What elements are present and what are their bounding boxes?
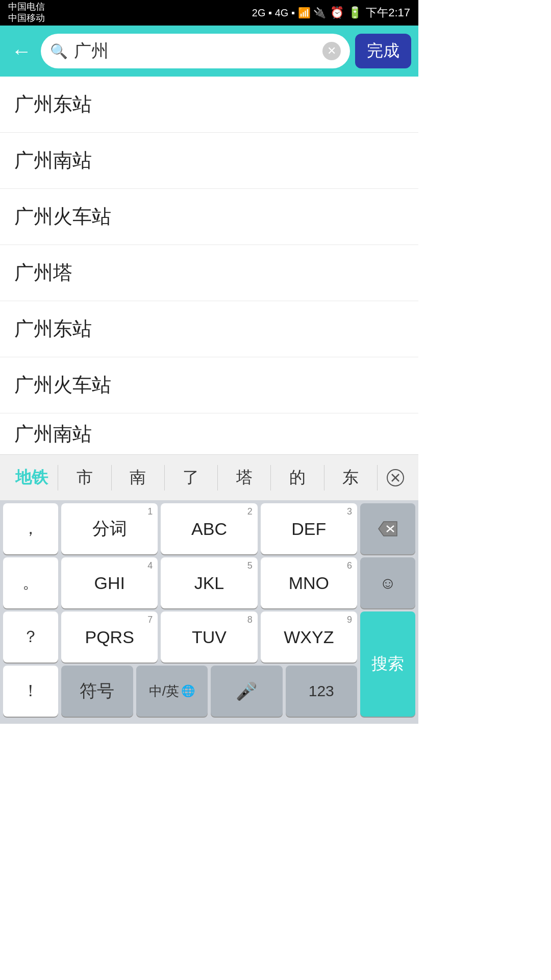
keyboard-right-actions: ☺ 搜索	[360, 503, 415, 717]
key-label-fuhao: 符号	[80, 679, 114, 703]
search-icon: 🔍	[50, 43, 68, 60]
punct-key-comma[interactable]: ，	[3, 503, 58, 554]
key-abc[interactable]: 2 ABC	[161, 503, 257, 554]
search-input[interactable]: 广州	[74, 39, 316, 63]
carrier-info: 中国电信 中国移动	[8, 2, 45, 23]
delete-key[interactable]	[360, 503, 415, 554]
emoji-key[interactable]: ☺	[360, 557, 415, 608]
keyboard-bottom-row: 符号 中/英 🌐 🎤 123	[61, 666, 357, 717]
suggestion-item[interactable]: 广州东站	[0, 77, 418, 133]
clear-button[interactable]: ✕	[322, 42, 341, 60]
key-label-ghi: GHI	[94, 573, 124, 593]
punct-key-period[interactable]: 。	[3, 557, 58, 608]
candidate-item-5[interactable]: 的	[271, 455, 323, 500]
key-label-wxyz: WXYZ	[284, 627, 334, 647]
candidate-item-0[interactable]: 地铁	[5, 455, 58, 500]
keyboard-row-2: 4 GHI 5 JKL 6 MNO	[61, 557, 357, 608]
key-label-tuv: TUV	[192, 627, 227, 647]
punctuation-column: ， 。 ？ ！	[3, 503, 58, 717]
punct-key-exclaim[interactable]: ！	[3, 666, 58, 717]
key-123[interactable]: 123	[286, 666, 358, 717]
key-label-fenchi: 分词	[92, 517, 127, 541]
carrier1-label: 中国电信	[8, 2, 45, 13]
key-wxyz[interactable]: 9 WXYZ	[261, 611, 357, 663]
key-num-9: 9	[347, 615, 352, 625]
status-bar: 中国电信 中国移动 2G ▪ 4G ▪ 📶 🔌 ⏰ 🔋 下午2:17	[0, 0, 418, 26]
key-jkl[interactable]: 5 JKL	[161, 557, 257, 608]
candidate-item-3[interactable]: 了	[165, 455, 217, 500]
time-display: 下午2:17	[366, 5, 410, 20]
key-num-6: 6	[347, 560, 352, 571]
suggestion-item[interactable]: 广州南站	[0, 133, 418, 189]
candidate-item-6[interactable]: 东	[324, 455, 377, 500]
status-right: 2G ▪ 4G ▪ 📶 🔌 ⏰ 🔋 下午2:17	[252, 5, 410, 20]
key-num-2: 2	[247, 506, 253, 517]
key-tuv[interactable]: 8 TUV	[161, 611, 257, 663]
key-mno[interactable]: 6 MNO	[261, 557, 357, 608]
keyboard-content: ， 。 ？ ！ 1 分词 2 ABC 3 DEF	[3, 503, 415, 717]
candidate-item-4[interactable]: 塔	[218, 455, 270, 500]
suggestions-list: 广州东站 广州南站 广州火车站 广州塔 广州东站 广州火车站 广州南站	[0, 77, 418, 454]
key-pqrs[interactable]: 7 PQRS	[61, 611, 158, 663]
key-num-5: 5	[247, 560, 253, 571]
candidate-item-2[interactable]: 南	[112, 455, 164, 500]
suggestion-item[interactable]: 广州东站	[0, 301, 418, 357]
suggestion-item[interactable]: 广州火车站	[0, 357, 418, 413]
keyboard-center: 1 分词 2 ABC 3 DEF 4 GHI 5	[61, 503, 357, 717]
key-num-3: 3	[347, 506, 352, 517]
keyboard-row-3: 7 PQRS 8 TUV 9 WXYZ	[61, 611, 357, 663]
key-fuhao[interactable]: 符号	[61, 666, 133, 717]
key-fenchi[interactable]: 1 分词	[61, 503, 158, 554]
key-label-123: 123	[309, 682, 334, 700]
clock-icon: ⏰	[330, 6, 344, 19]
key-label-def: DEF	[291, 519, 326, 539]
done-button[interactable]: 完成	[355, 34, 411, 68]
mic-icon: 🎤	[236, 681, 257, 701]
suggestion-item[interactable]: 广州塔	[0, 245, 418, 301]
ime-candidate-bar: 地铁 市 南 了 塔 的 东	[0, 454, 418, 500]
candidate-delete-button[interactable]	[378, 455, 413, 500]
search-header: ← 🔍 广州 ✕ 完成	[0, 26, 418, 77]
carrier2-label: 中国移动	[8, 13, 45, 24]
key-label-pqrs: PQRS	[85, 627, 134, 647]
search-box: 🔍 广州 ✕	[41, 34, 350, 68]
key-label-lang: 中/英	[149, 682, 179, 700]
key-lang[interactable]: 中/英 🌐	[136, 666, 208, 717]
key-num-7: 7	[147, 615, 153, 625]
key-ghi[interactable]: 4 GHI	[61, 557, 158, 608]
punct-key-question[interactable]: ？	[3, 611, 58, 663]
search-key[interactable]: 搜索	[360, 611, 415, 717]
key-label-abc: ABC	[191, 519, 227, 539]
key-label-jkl: JKL	[194, 573, 224, 593]
suggestion-item[interactable]: 广州南站	[0, 413, 418, 454]
key-num-8: 8	[247, 615, 253, 625]
back-button[interactable]: ←	[7, 36, 36, 67]
key-def[interactable]: 3 DEF	[261, 503, 357, 554]
battery-icon: 🔋	[348, 6, 362, 19]
suggestion-item[interactable]: 广州火车站	[0, 189, 418, 245]
key-space[interactable]: 🎤	[211, 666, 283, 717]
keyboard-row-1: 1 分词 2 ABC 3 DEF	[61, 503, 357, 554]
key-num-1: 1	[147, 506, 153, 517]
key-label-mno: MNO	[289, 573, 329, 593]
key-num-4: 4	[147, 560, 153, 571]
candidate-item-1[interactable]: 市	[58, 455, 111, 500]
keyboard: ， 。 ？ ！ 1 分词 2 ABC 3 DEF	[0, 500, 418, 724]
signal-icons: 2G ▪ 4G ▪ 📶 🔌	[252, 7, 326, 19]
globe-icon: 🌐	[181, 684, 195, 698]
